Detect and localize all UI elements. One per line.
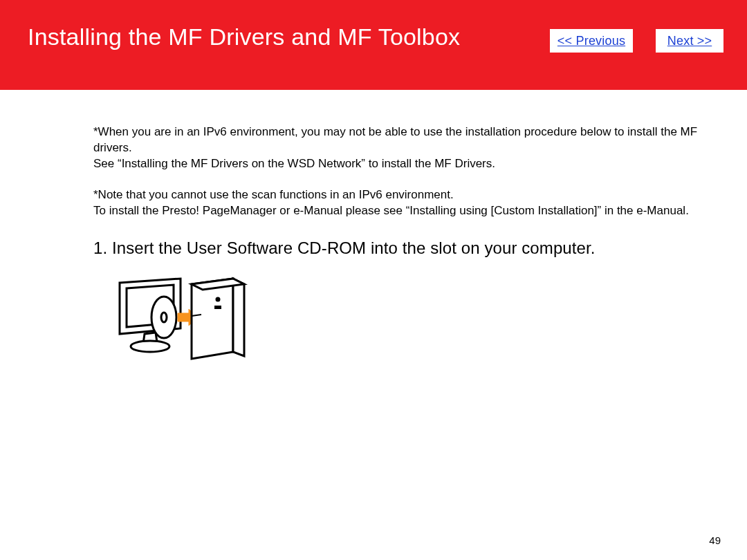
svg-point-4 [161,312,167,322]
cd-insert-illustration [114,274,719,371]
computer-cd-icon [114,274,252,368]
svg-point-2 [131,341,169,352]
step-1-heading: 1. Insert the User Software CD-ROM into … [93,239,719,258]
previous-link-label: << Previous [557,34,625,48]
page-number: 49 [709,534,721,546]
header-bar: Installing the MF Drivers and MF Toolbox… [0,0,747,90]
next-link-label: Next >> [667,34,712,48]
previous-button[interactable]: << Previous [550,29,633,53]
svg-point-10 [216,297,220,301]
svg-marker-6 [192,279,233,359]
next-button[interactable]: Next >> [656,29,723,53]
note-line-4: To install the Presto! PageManager or e-… [93,203,702,219]
note-line-3: *Note that you cannot use the scan funct… [93,187,702,203]
page-title: Installing the MF Drivers and MF Toolbox [28,24,460,50]
svg-marker-7 [233,279,244,356]
page: Installing the MF Drivers and MF Toolbox… [0,0,747,560]
content-area: *When you are in an IPv6 environment, yo… [0,90,747,560]
svg-rect-11 [215,306,221,308]
note-line-2: See “Installing the MF Drivers on the WS… [93,156,702,172]
notes-block: *When you are in an IPv6 environment, yo… [93,124,702,219]
note-line-1: *When you are in an IPv6 environment, yo… [93,124,702,156]
